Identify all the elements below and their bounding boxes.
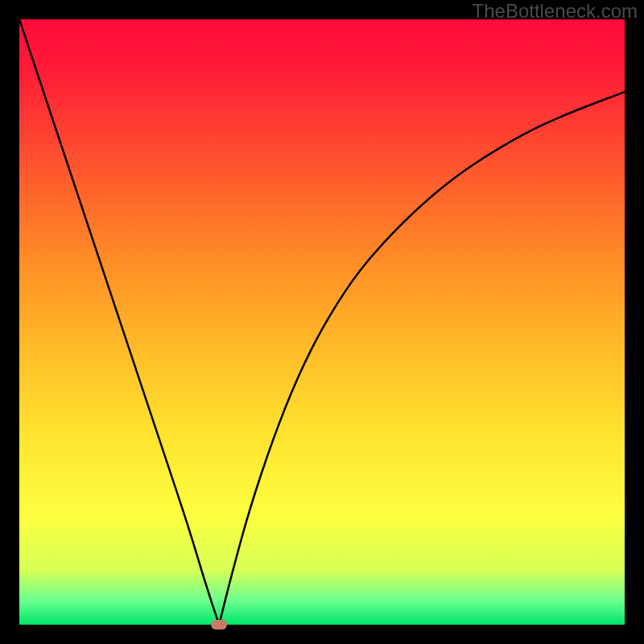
curve-right-branch bbox=[219, 92, 625, 625]
curve-left-branch bbox=[19, 19, 219, 625]
watermark-text: TheBottleneck.com bbox=[473, 0, 638, 23]
minimum-marker bbox=[211, 620, 227, 630]
bottleneck-curve bbox=[19, 19, 625, 625]
plot-area bbox=[19, 19, 625, 625]
